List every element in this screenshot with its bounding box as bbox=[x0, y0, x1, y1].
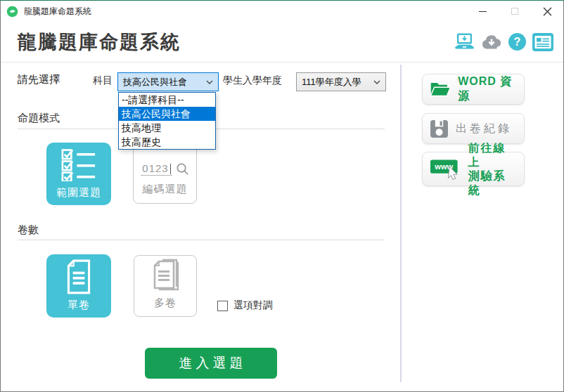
swap-options-checkbox[interactable] bbox=[217, 301, 228, 311]
checklist-icon bbox=[61, 148, 96, 181]
page-title: 龍騰題庫命題系統 bbox=[18, 30, 181, 55]
vertical-divider bbox=[400, 65, 402, 382]
chevron-down-icon bbox=[373, 80, 380, 84]
www-cursor-icon: www bbox=[430, 157, 461, 181]
online-test-system-label: 前往線上 測驗系統 bbox=[468, 141, 517, 197]
help-icon[interactable]: ? bbox=[508, 33, 526, 51]
app-window: 龍騰題庫命題系統 龍騰題庫命題系統 bbox=[0, 0, 564, 392]
window-controls bbox=[466, 1, 563, 22]
cloud-download-icon[interactable] bbox=[481, 34, 502, 50]
single-paper-button[interactable]: 單卷 bbox=[46, 254, 111, 318]
maximize-button bbox=[499, 1, 531, 22]
enrollment-year-label: 學生入學年度 bbox=[223, 74, 282, 87]
multi-paper-button[interactable]: 多卷 bbox=[134, 255, 197, 317]
paper-section-divider bbox=[18, 240, 385, 240]
code-input-row: 0123 bbox=[141, 162, 188, 176]
chevron-down-icon bbox=[206, 80, 213, 84]
enrollment-year-value: 111學年度入學 bbox=[302, 76, 361, 89]
choose-first-label: 請先選擇 bbox=[18, 73, 60, 86]
subject-select[interactable]: 技高公民與社會 bbox=[117, 72, 219, 91]
subject-option-civics[interactable]: 技高公民與社會 bbox=[119, 107, 215, 121]
exam-history-button[interactable]: 出卷紀錄 bbox=[422, 113, 525, 144]
single-paper-label: 單卷 bbox=[68, 299, 90, 312]
app-logo-icon bbox=[6, 6, 18, 18]
titlebar: 龍騰題庫命題系統 bbox=[1, 1, 563, 22]
exam-history-label: 出卷紀錄 bbox=[456, 122, 512, 136]
header-icons: ? bbox=[454, 33, 553, 51]
text-caret bbox=[170, 164, 171, 174]
laptop-download-icon[interactable] bbox=[454, 33, 475, 51]
swap-options-label: 選項對調 bbox=[233, 299, 273, 312]
range-select-label: 範圍選題 bbox=[56, 186, 101, 200]
subject-option-geography[interactable]: 技高地理 bbox=[119, 121, 215, 135]
window-title: 龍騰題庫命題系統 bbox=[24, 6, 91, 18]
code-input[interactable]: 0123 bbox=[141, 162, 172, 176]
maximize-icon bbox=[511, 8, 518, 15]
enter-selection-button[interactable]: 進入選題 bbox=[145, 348, 277, 379]
subject-label: 科目 bbox=[93, 74, 113, 87]
search-icon bbox=[176, 162, 189, 176]
main-content: 請先選擇 科目 技高公民與社會 學生入學年度 111學年度入學 --請選擇科目-… bbox=[1, 63, 563, 391]
folder-icon bbox=[430, 80, 451, 98]
word-resources-button[interactable]: WORD 資源 bbox=[422, 74, 525, 105]
enrollment-year-select[interactable]: 111學年度入學 bbox=[296, 72, 386, 91]
mode-section-title: 命題模式 bbox=[18, 112, 60, 125]
floppy-disk-icon bbox=[430, 119, 449, 138]
minimize-button[interactable] bbox=[466, 1, 499, 22]
subject-select-value: 技高公民與社會 bbox=[123, 76, 187, 89]
subject-dropdown-list: --請選擇科目-- 技高公民與社會 技高地理 技高歷史 bbox=[118, 92, 216, 150]
close-button[interactable] bbox=[531, 1, 563, 22]
code-select-label: 編碼選題 bbox=[143, 183, 188, 196]
online-test-line2: 測驗系統 bbox=[468, 170, 506, 196]
multi-paper-label: 多卷 bbox=[154, 296, 177, 310]
close-icon bbox=[543, 7, 552, 16]
swap-options-row: 選項對調 bbox=[217, 299, 273, 312]
online-test-line1: 前往線上 bbox=[468, 142, 506, 168]
paper-section-title: 卷數 bbox=[18, 223, 39, 237]
subject-option-history[interactable]: 技高歷史 bbox=[119, 135, 215, 149]
word-resources-label: WORD 資源 bbox=[458, 74, 517, 104]
online-test-system-button[interactable]: www 前往線上 測驗系統 bbox=[422, 152, 525, 186]
minimize-icon bbox=[479, 11, 487, 12]
subject-option-placeholder[interactable]: --請選擇科目-- bbox=[119, 93, 215, 107]
range-select-button[interactable]: 範圍選題 bbox=[46, 143, 111, 205]
header: 龍騰題庫命題系統 ? bbox=[1, 22, 563, 63]
code-input-value: 0123 bbox=[142, 162, 168, 174]
single-document-icon bbox=[64, 259, 94, 294]
multi-document-icon bbox=[150, 258, 181, 293]
exam-records-icon[interactable] bbox=[532, 33, 553, 51]
code-select-button[interactable]: 0123 編碼選題 bbox=[133, 143, 197, 204]
